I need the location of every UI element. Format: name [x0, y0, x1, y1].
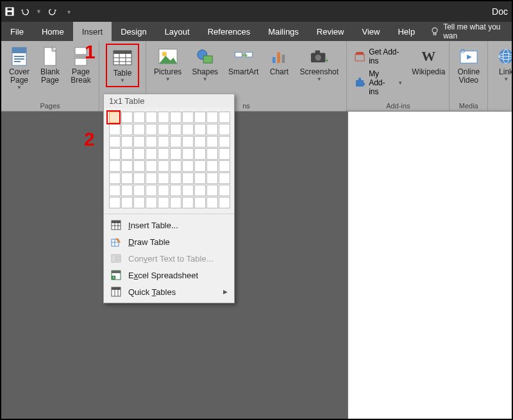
table-grid-cell[interactable] [146, 185, 157, 196]
undo-icon[interactable] [21, 7, 29, 16]
table-grid-cell[interactable] [146, 148, 157, 160]
table-grid-cell[interactable] [158, 185, 169, 196]
table-grid-cell[interactable] [206, 185, 218, 196]
table-grid-cell[interactable] [206, 148, 218, 160]
table-grid-cell[interactable] [133, 185, 145, 196]
table-grid-cell[interactable] [170, 197, 181, 208]
menu-quick-tables[interactable]: Quick Tables ▶ [104, 283, 234, 300]
table-grid-cell[interactable] [109, 197, 121, 208]
tab-layout[interactable]: Layout [156, 22, 199, 41]
table-grid-picker[interactable] [104, 108, 234, 214]
table-grid-cell[interactable] [170, 172, 181, 184]
cover-page-button[interactable]: Cover Page ▼ [5, 44, 33, 93]
table-grid-cell[interactable] [146, 197, 157, 208]
table-grid-cell[interactable] [194, 136, 206, 147]
table-grid-cell[interactable] [170, 185, 181, 196]
table-grid-cell[interactable] [158, 112, 169, 123]
table-grid-cell[interactable] [146, 160, 157, 172]
online-video-button[interactable]: Online Video [453, 44, 484, 87]
table-grid-cell[interactable] [182, 160, 194, 172]
tab-references[interactable]: References [199, 22, 259, 41]
tab-mailings[interactable]: Mailings [259, 22, 308, 41]
table-grid-cell[interactable] [109, 112, 121, 123]
table-grid-cell[interactable] [206, 124, 218, 135]
table-grid-cell[interactable] [194, 185, 206, 196]
table-grid-cell[interactable] [133, 148, 145, 160]
table-grid-cell[interactable] [158, 148, 169, 160]
table-grid-cell[interactable] [133, 172, 145, 184]
table-grid-cell[interactable] [109, 136, 121, 147]
chart-button[interactable]: Chart [265, 44, 293, 85]
table-grid-cell[interactable] [109, 185, 121, 196]
tab-home[interactable]: Home [33, 22, 73, 41]
table-grid-cell[interactable] [133, 160, 145, 172]
table-grid-cell[interactable] [146, 112, 157, 123]
table-grid-cell[interactable] [158, 136, 169, 147]
table-grid-cell[interactable] [194, 148, 206, 160]
tab-file[interactable]: File [1, 22, 33, 41]
table-grid-cell[interactable] [170, 160, 181, 172]
table-grid-cell[interactable] [219, 160, 230, 172]
table-grid-cell[interactable] [194, 124, 206, 135]
table-grid-cell[interactable] [121, 160, 133, 172]
redo-icon[interactable] [48, 7, 57, 16]
table-grid-cell[interactable] [206, 112, 218, 123]
table-grid-cell[interactable] [219, 148, 230, 160]
table-grid-cell[interactable] [219, 112, 230, 123]
menu-excel-spreadsheet[interactable]: X Excel Spreadsheet [104, 267, 234, 283]
table-grid-cell[interactable] [194, 197, 206, 208]
table-grid-cell[interactable] [182, 197, 194, 208]
table-grid-cell[interactable] [170, 124, 181, 135]
table-grid-cell[interactable] [133, 112, 145, 123]
undo-dropdown-icon[interactable]: ▼ [36, 8, 42, 15]
tab-design[interactable]: Design [112, 22, 155, 41]
table-grid-cell[interactable] [182, 185, 194, 196]
my-addins-button[interactable]: My Add-ins ▼ [355, 69, 403, 96]
table-grid-cell[interactable] [133, 124, 145, 135]
table-grid-cell[interactable] [109, 172, 121, 184]
table-grid-cell[interactable] [206, 172, 218, 184]
table-grid-cell[interactable] [170, 148, 181, 160]
table-grid-cell[interactable] [133, 197, 145, 208]
table-grid-cell[interactable] [206, 136, 218, 147]
table-grid-cell[interactable] [219, 136, 230, 147]
insert-table-button[interactable]: Table ▼ [106, 44, 139, 87]
table-grid-cell[interactable] [182, 172, 194, 184]
tab-review[interactable]: Review [308, 22, 353, 41]
table-grid-cell[interactable] [194, 172, 206, 184]
tab-insert[interactable]: Insert [73, 22, 112, 41]
screenshot-button[interactable]: + Screenshot ▼ [296, 44, 342, 85]
table-grid-cell[interactable] [206, 197, 218, 208]
table-grid-cell[interactable] [146, 136, 157, 147]
qat-customize-icon[interactable]: ▾ [67, 8, 71, 15]
table-grid-cell[interactable] [219, 197, 230, 208]
tell-me-search[interactable]: Tell me what you wan [424, 22, 512, 41]
table-grid-cell[interactable] [194, 160, 206, 172]
table-grid-cell[interactable] [170, 112, 181, 123]
pictures-button[interactable]: Pictures ▼ [150, 44, 185, 85]
table-grid-cell[interactable] [219, 185, 230, 196]
table-grid-cell[interactable] [121, 197, 133, 208]
table-grid-cell[interactable] [121, 136, 133, 147]
link-button[interactable]: Link ▼ [492, 44, 513, 85]
tab-help[interactable]: Help [389, 22, 424, 41]
table-grid-cell[interactable] [158, 124, 169, 135]
table-grid-cell[interactable] [121, 172, 133, 184]
table-grid-cell[interactable] [121, 124, 133, 135]
table-grid-cell[interactable] [146, 172, 157, 184]
table-grid-cell[interactable] [194, 112, 206, 123]
smartart-button[interactable]: SmartArt [224, 44, 262, 85]
save-icon[interactable] [5, 7, 14, 16]
table-grid-cell[interactable] [146, 124, 157, 135]
shapes-button[interactable]: Shapes ▼ [188, 44, 222, 85]
table-grid-cell[interactable] [158, 197, 169, 208]
table-grid-cell[interactable] [133, 136, 145, 147]
wikipedia-button[interactable]: W Wikipedia [412, 44, 445, 79]
table-grid-cell[interactable] [182, 148, 194, 160]
table-grid-cell[interactable] [182, 112, 194, 123]
table-grid-cell[interactable] [219, 124, 230, 135]
table-grid-cell[interactable] [121, 148, 133, 160]
table-grid-cell[interactable] [206, 160, 218, 172]
table-grid-cell[interactable] [182, 136, 194, 147]
menu-insert-table[interactable]: Insert Table... [104, 217, 234, 233]
